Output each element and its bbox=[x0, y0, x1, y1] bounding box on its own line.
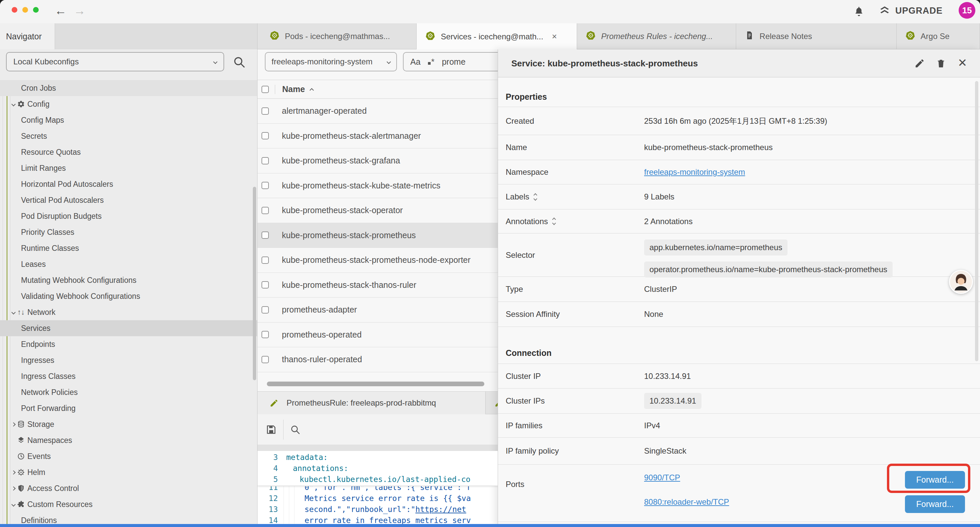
table-row-kube-prometheus-stack-grafana[interactable]: kube-prometheus-stack-grafana bbox=[258, 148, 498, 174]
sidebar-item-access-control[interactable]: Access Control bbox=[0, 480, 257, 496]
forward-button[interactable]: → bbox=[74, 4, 86, 18]
row-checkbox[interactable] bbox=[261, 157, 269, 164]
sidebar-item-namespaces[interactable]: Namespaces bbox=[0, 432, 257, 448]
sidebar-item-cron-jobs[interactable]: Cron Jobs bbox=[0, 80, 257, 96]
sidebar-item-port-forwarding[interactable]: Port Forwarding bbox=[0, 400, 257, 416]
sidebar-item-limit-ranges[interactable]: Limit Ranges bbox=[0, 160, 257, 176]
row-checkbox[interactable] bbox=[261, 182, 269, 189]
sidebar-item-vertical-pod-autoscalers[interactable]: Vertical Pod Autoscalers bbox=[0, 192, 257, 208]
save-icon[interactable] bbox=[265, 424, 277, 436]
forward-button-8080[interactable]: Forward... bbox=[905, 495, 965, 513]
name-column-header[interactable]: Name bbox=[282, 84, 305, 94]
sidebar-item-runtime-classes[interactable]: Runtime Classes bbox=[0, 240, 257, 256]
sort-ascending-icon[interactable] bbox=[310, 88, 314, 92]
sidebar-item-network-policies[interactable]: Network Policies bbox=[0, 384, 257, 400]
table-row-prometheus-adapter[interactable]: prometheus-adapter bbox=[258, 298, 498, 323]
sidebar-item-secrets[interactable]: Secrets bbox=[0, 128, 257, 144]
expand-collapse-icon[interactable] bbox=[534, 194, 537, 200]
sidebar-item-services[interactable]: Services bbox=[0, 320, 257, 336]
table-row-kube-prometheus-stack-alertmanager[interactable]: kube-prometheus-stack-alertmanager bbox=[258, 124, 498, 149]
close-tab-icon[interactable]: × bbox=[552, 31, 557, 42]
editor-tab-next[interactable] bbox=[486, 392, 498, 414]
selector-chip[interactable]: operator.prometheus.io/name=kube-prometh… bbox=[644, 261, 892, 277]
row-checkbox[interactable] bbox=[261, 132, 269, 139]
chevron-down-icon[interactable] bbox=[10, 101, 16, 107]
back-button[interactable]: ← bbox=[55, 4, 67, 18]
sidebar-item-events[interactable]: Events bbox=[0, 448, 257, 464]
close-panel-icon[interactable]: ✕ bbox=[958, 56, 967, 69]
sidebar-item-resource-quotas[interactable]: Resource Quotas bbox=[0, 144, 257, 160]
runbook-url-link[interactable]: https://net bbox=[415, 505, 466, 514]
sidebar-item-custom-resources[interactable]: Custom Resources bbox=[0, 496, 257, 512]
chevron-right-icon[interactable] bbox=[10, 469, 16, 475]
yaml-editor[interactable]: 3metadata:4annotations:5kubectl.kubernet… bbox=[258, 451, 498, 527]
namespace-link[interactable]: freeleaps-monitoring-system bbox=[644, 167, 745, 177]
sidebar-item-ingress-classes[interactable]: Ingress Classes bbox=[0, 368, 257, 384]
profile-badge[interactable]: 15 bbox=[959, 2, 975, 19]
tab-services[interactable]: Services - icecheng@math... × bbox=[417, 23, 577, 49]
sidebar-item-pod-disruption-budgets[interactable]: Pod Disruption Budgets bbox=[0, 208, 257, 224]
tab-argo[interactable]: Argo Se bbox=[897, 23, 980, 49]
tab-pods[interactable]: Pods - icecheng@mathmas... bbox=[261, 23, 417, 49]
table-row-alertmanager-operated[interactable]: alertmanager-operated bbox=[258, 99, 498, 124]
select-all-checkbox[interactable] bbox=[261, 86, 269, 93]
table-row-prometheus-operated[interactable]: prometheus-operated bbox=[258, 323, 498, 347]
panel-scrollbar[interactable] bbox=[975, 81, 978, 361]
kubeconfig-select[interactable]: Local Kubeconfigs bbox=[6, 52, 224, 72]
sidebar-item-priority-classes[interactable]: Priority Classes bbox=[0, 224, 257, 240]
notifications-bell-icon[interactable] bbox=[853, 6, 865, 18]
delete-trash-icon[interactable] bbox=[935, 58, 946, 69]
sidebar-item-ingresses[interactable]: Ingresses bbox=[0, 352, 257, 368]
sidebar-item-storage[interactable]: Storage bbox=[0, 416, 257, 432]
match-case-toggle[interactable]: Aa bbox=[410, 57, 421, 67]
sidebar-item-config[interactable]: Config bbox=[0, 96, 257, 112]
port-link-9090[interactable]: 9090/TCP bbox=[644, 473, 680, 482]
chevron-right-icon[interactable] bbox=[10, 485, 16, 491]
expand-collapse-icon[interactable] bbox=[553, 218, 555, 224]
table-row-thanos-ruler-operated[interactable]: thanos-ruler-operated bbox=[258, 347, 498, 372]
sidebar-item-definitions[interactable]: Definitions bbox=[0, 512, 257, 524]
horizontal-scrollbar[interactable] bbox=[267, 382, 484, 386]
row-checkbox[interactable] bbox=[261, 231, 269, 239]
navigator-tab[interactable]: Navigator bbox=[0, 23, 55, 50]
close-window-button[interactable] bbox=[12, 7, 18, 13]
row-checkbox[interactable] bbox=[261, 331, 269, 338]
row-checkbox[interactable] bbox=[261, 281, 269, 288]
chevron-down-icon[interactable] bbox=[10, 502, 16, 507]
sidebar-search-icon[interactable] bbox=[232, 55, 246, 70]
row-checkbox[interactable] bbox=[261, 107, 269, 115]
regex-toggle[interactable]: * bbox=[428, 57, 434, 67]
table-row-kube-prometheus-stack-prometheus[interactable]: kube-prometheus-stack-prometheus bbox=[258, 223, 498, 248]
sidebar-item-horizontal-pod-autoscalers[interactable]: Horizontal Pod Autoscalers bbox=[0, 176, 257, 192]
zoom-window-button[interactable] bbox=[33, 7, 39, 13]
row-checkbox[interactable] bbox=[261, 306, 269, 314]
assistant-avatar[interactable] bbox=[949, 270, 973, 294]
sidebar-item-helm[interactable]: Helm bbox=[0, 464, 257, 480]
edit-pencil-icon[interactable] bbox=[914, 58, 925, 69]
upgrade-button[interactable]: UPGRADE bbox=[878, 5, 943, 17]
selector-chip[interactable]: app.kubernetes.io/name=prometheus bbox=[644, 239, 788, 255]
tab-release-notes[interactable]: Release Notes bbox=[736, 23, 897, 49]
table-row-kube-prometheus-stack-kube-state-metrics[interactable]: kube-prometheus-stack-kube-state-metrics bbox=[258, 174, 498, 199]
editor-scroll-strip[interactable] bbox=[258, 444, 498, 451]
namespace-select[interactable]: freeleaps-monitoring-system bbox=[265, 52, 397, 72]
sidebar-item-mutating-webhook-configurations[interactable]: Mutating Webhook Configurations bbox=[0, 272, 257, 288]
sidebar-item-leases[interactable]: Leases bbox=[0, 256, 257, 272]
row-checkbox[interactable] bbox=[261, 356, 269, 363]
chevron-down-icon[interactable] bbox=[10, 309, 16, 315]
row-value[interactable]: 2 Annotations bbox=[644, 217, 692, 226]
list-search-input[interactable]: Aa * prome bbox=[403, 52, 498, 72]
tab-prometheus-rules[interactable]: Prometheus Rules - icecheng... bbox=[577, 23, 736, 49]
editor-tab-prometheusrule[interactable]: PrometheusRule: freeleaps-prod-rabbitmq bbox=[258, 392, 486, 414]
sidebar-item-config-maps[interactable]: Config Maps bbox=[0, 112, 257, 128]
row-checkbox[interactable] bbox=[261, 207, 269, 214]
table-row-kube-prometheus-stack-operator[interactable]: kube-prometheus-stack-operator bbox=[258, 198, 498, 223]
row-checkbox[interactable] bbox=[261, 256, 269, 264]
sidebar-scrollbar[interactable] bbox=[253, 187, 256, 380]
minimize-window-button[interactable] bbox=[22, 7, 28, 13]
row-value[interactable]: 9 Labels bbox=[644, 192, 675, 201]
editor-search-icon[interactable] bbox=[290, 424, 301, 435]
port-link-8080[interactable]: 8080:reloader-web/TCP bbox=[644, 497, 729, 507]
table-row-kube-prometheus-stack-thanos-ruler[interactable]: kube-prometheus-stack-thanos-ruler bbox=[258, 273, 498, 298]
chevron-right-icon[interactable] bbox=[10, 421, 16, 427]
